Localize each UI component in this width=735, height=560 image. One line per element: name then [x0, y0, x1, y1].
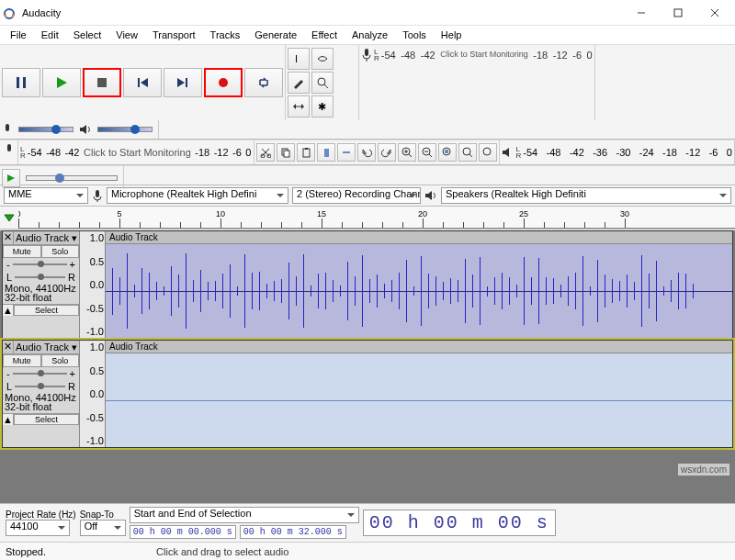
menu-transport[interactable]: Transport — [146, 28, 202, 42]
svg-rect-8 — [23, 77, 26, 88]
skip-end-button[interactable] — [164, 68, 202, 97]
menu-generate[interactable]: Generate — [248, 28, 303, 42]
audio-host-select[interactable]: MME — [4, 187, 88, 204]
track-1-vscale[interactable]: 1.00.50.0-0.5-1.0 — [80, 231, 106, 338]
menu-analyze[interactable]: Analyze — [345, 28, 394, 42]
menu-effect[interactable]: Effect — [305, 28, 344, 42]
stop-button[interactable] — [83, 68, 121, 97]
track-2-waveform[interactable] — [106, 353, 732, 447]
menu-tools[interactable]: Tools — [396, 28, 433, 42]
menu-tracks[interactable]: Tracks — [204, 28, 247, 42]
svg-line-18 — [324, 84, 328, 88]
play-speed-button[interactable] — [2, 169, 20, 187]
selection-start-time[interactable]: 00 h 00 m 00.000 s — [130, 525, 236, 539]
envelope-tool[interactable] — [311, 48, 334, 70]
track-1-collapse[interactable]: ▲ — [3, 305, 14, 316]
timeshift-tool[interactable] — [288, 95, 310, 118]
track-1-control: ✕ Audio Track Mute Solo -+ LR Mono, 4410… — [3, 231, 80, 338]
redo-button[interactable] — [378, 143, 396, 162]
svg-point-27 — [261, 154, 265, 158]
menu-edit[interactable]: Edit — [35, 28, 65, 42]
skip-start-button[interactable] — [123, 68, 162, 97]
copy-button[interactable] — [277, 143, 295, 162]
zoom-tool[interactable] — [311, 72, 334, 94]
mic-small-icon[interactable] — [4, 143, 15, 156]
window-title: Audacity — [22, 7, 623, 18]
track-1-select[interactable]: Select — [14, 305, 79, 316]
record-button[interactable] — [204, 68, 243, 97]
scrub-toolbar — [0, 140, 18, 164]
svg-rect-32 — [305, 148, 308, 150]
paste-button[interactable] — [297, 143, 315, 162]
selection-mode-select[interactable]: Start and End of Selection — [130, 507, 359, 523]
zoom-out-button[interactable] — [418, 143, 436, 162]
svg-rect-30 — [284, 151, 289, 157]
status-state: Stopped. — [6, 546, 46, 557]
channels-select[interactable]: 2 (Stereo) Recording Chann — [292, 187, 421, 204]
zoom-in-button[interactable] — [398, 143, 416, 162]
mic-device-icon — [92, 189, 103, 202]
track-2-control: ✕ Audio Track Mute Solo -+ LR Mono, 4410… — [3, 341, 80, 447]
play-volume-slider[interactable] — [97, 127, 153, 132]
track-1-clip-title[interactable]: Audio Track — [106, 231, 732, 244]
track-1-gain[interactable]: -+ — [3, 258, 79, 271]
track-1-waveform[interactable] — [106, 244, 732, 338]
close-button[interactable] — [696, 0, 733, 26]
menu-file[interactable]: File — [4, 28, 33, 42]
draw-tool[interactable] — [288, 72, 310, 94]
cut-button[interactable] — [256, 143, 275, 162]
zoom-toggle-button[interactable] — [479, 143, 497, 162]
play-button[interactable] — [42, 68, 81, 97]
svg-rect-2 — [12, 14, 14, 17]
track-1-mute[interactable]: Mute — [3, 245, 41, 258]
menu-view[interactable]: View — [109, 28, 144, 42]
snap-select[interactable]: Off — [80, 520, 126, 536]
play-speed-slider[interactable] — [26, 175, 118, 181]
selection-tool[interactable]: I — [288, 48, 310, 70]
svg-line-41 — [429, 154, 432, 157]
scrub-ruler[interactable]: LR -54-48-42 Click to Start Monitoring -… — [18, 140, 254, 164]
track-2-vscale[interactable]: 1.00.50.0-0.5-1.0 — [80, 341, 106, 447]
timeline-options[interactable] — [0, 208, 18, 227]
fit-project-button[interactable] — [458, 143, 477, 162]
input-device-select[interactable]: Microphone (Realtek High Defini — [107, 187, 288, 204]
silence-button[interactable] — [337, 143, 356, 162]
audio-position[interactable]: 00 h 00 m 00 s — [363, 510, 556, 536]
track-2-menu[interactable]: Audio Track — [14, 341, 79, 353]
undo-button[interactable] — [357, 143, 376, 162]
multi-tool[interactable]: ✱ — [311, 95, 334, 118]
menu-select[interactable]: Select — [67, 28, 108, 42]
track-2-select[interactable]: Select — [14, 414, 79, 425]
minimize-button[interactable] — [623, 0, 660, 26]
speaker-icon — [502, 146, 514, 159]
track-1-solo[interactable]: Solo — [41, 245, 80, 258]
maximize-button[interactable] — [660, 0, 696, 26]
track-1-pan[interactable]: LR — [3, 271, 79, 284]
trim-button[interactable] — [317, 143, 335, 162]
svg-marker-47 — [503, 148, 509, 157]
track-1-close[interactable]: ✕ — [3, 231, 14, 244]
svg-rect-7 — [17, 77, 19, 88]
track-empty-area[interactable] — [0, 449, 735, 511]
status-bar: Stopped. Click and drag to select audio — [0, 542, 735, 560]
track-2-gain[interactable]: -+ — [3, 367, 79, 380]
svg-point-46 — [483, 148, 491, 155]
pause-button[interactable] — [2, 68, 40, 97]
loop-button[interactable] — [244, 68, 283, 97]
track-1-menu[interactable]: Audio Track — [14, 231, 79, 244]
output-device-select[interactable]: Speakers (Realtek High Definiti — [441, 187, 731, 204]
track-2-pan[interactable]: LR — [3, 380, 79, 393]
track-2-mute[interactable]: Mute — [3, 354, 41, 367]
menu-help[interactable]: Help — [435, 28, 469, 42]
track-2-solo[interactable]: Solo — [41, 354, 80, 367]
rec-volume-slider[interactable] — [18, 127, 74, 132]
project-rate-select[interactable]: 44100 — [6, 520, 70, 536]
track-2-collapse[interactable]: ▲ — [3, 414, 14, 425]
fit-selection-button[interactable] — [438, 143, 457, 162]
track-2-clip-title[interactable]: Audio Track — [106, 341, 732, 353]
timeline-ruler[interactable]: 051015202530 — [18, 207, 735, 229]
selection-end-time[interactable]: 00 h 00 m 32.000 s — [240, 525, 346, 539]
svg-marker-48 — [7, 174, 15, 182]
rec-meter-hint[interactable]: Click to Start Monitoring — [440, 50, 528, 61]
track-2-close[interactable]: ✕ — [3, 341, 14, 353]
